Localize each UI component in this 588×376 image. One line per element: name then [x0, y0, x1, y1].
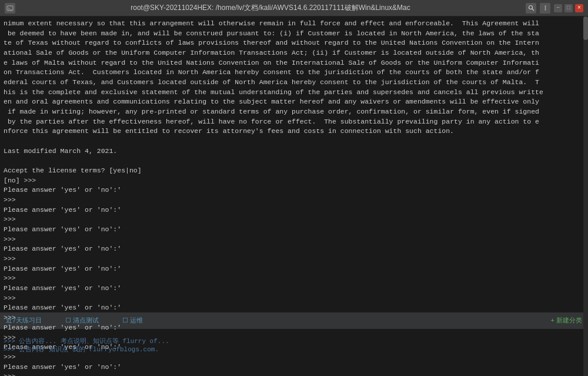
window-controls: − □ ×	[554, 4, 583, 12]
overlay-ops: ☐ 运维	[122, 316, 143, 325]
svg-point-4	[544, 6, 546, 7]
overlay-new-category: + 新建分类	[551, 316, 582, 325]
svg-point-2	[529, 6, 532, 9]
scrollbar-thumb[interactable]	[583, 16, 588, 40]
menu-button[interactable]	[540, 3, 550, 14]
close-button[interactable]: ×	[575, 4, 583, 12]
terminal-icon	[5, 3, 15, 14]
terminal-window[interactable]: nimum extent necessary so that this arra…	[0, 16, 588, 376]
overlay-toolbar: 近7天练习日 ☐ 清点测试 ☐ 运维 + 新建分类	[0, 312, 588, 329]
search-button[interactable]	[526, 3, 536, 14]
overlay-clear-test: ☐ 清点测试	[65, 316, 99, 325]
scrollbar[interactable]	[583, 16, 588, 376]
minimize-button[interactable]: −	[554, 4, 562, 12]
title-bar-left	[5, 3, 15, 14]
title-bar: root@SKY-20211024HEX: /home/lv/文档/kali/A…	[0, 0, 588, 16]
overlay-recent-days: 近7天练习日	[6, 316, 42, 325]
maximize-button[interactable]: □	[564, 4, 573, 12]
window-title: root@SKY-20211024HEX: /home/lv/文档/kali/A…	[15, 3, 526, 13]
svg-line-3	[532, 9, 534, 11]
svg-point-6	[544, 9, 546, 11]
title-bar-right: − □ ×	[526, 3, 583, 14]
svg-point-5	[544, 8, 546, 9]
overlay-link2: >>> 公告内容 知识点 我的 flurryofblogs.com.	[0, 345, 588, 355]
